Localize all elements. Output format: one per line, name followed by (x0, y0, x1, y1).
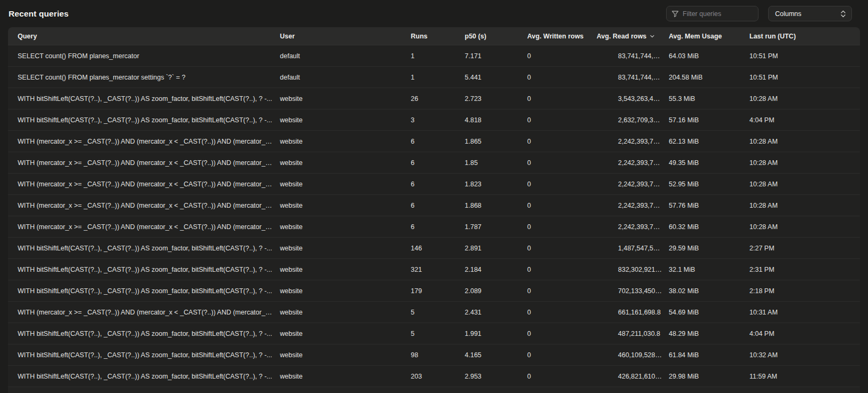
table-row[interactable]: WITH (mercator_x >= _CAST(?..)) AND (mer… (8, 152, 860, 173)
cell-query: WITH (mercator_x >= _CAST(?..)) AND (mer… (8, 180, 280, 188)
table-row[interactable]: WITH bitShiftLeft(CAST(?..), _CAST(?..))… (8, 280, 860, 301)
table-row[interactable]: WITH bitShiftLeft(CAST(?..), _CAST(?..))… (8, 323, 860, 344)
filter-queries-input[interactable] (683, 10, 753, 18)
chevron-up-down-icon (840, 10, 846, 18)
column-header-lastrun[interactable]: Last run (UTC) (749, 33, 860, 40)
cell-written: 0 (527, 266, 597, 273)
table-row[interactable]: WITH (mercator_x >= _CAST(?..)) AND (mer… (8, 130, 860, 152)
filter-queries-box[interactable] (666, 6, 758, 21)
cell-written: 0 (527, 309, 597, 316)
cell-read: 2,242,393,791.17 (597, 159, 669, 167)
cell-runs: 146 (411, 245, 465, 252)
cell-written: 0 (527, 52, 597, 60)
cell-p50: 1.823 (465, 180, 527, 188)
sort-desc-icon (650, 34, 655, 39)
cell-query: WITH (mercator_x >= _CAST(?..)) AND (mer… (8, 159, 280, 167)
cell-runs: 6 (411, 202, 465, 209)
table-row[interactable]: WITH bitShiftLeft(CAST(?..), _CAST(?..))… (8, 344, 860, 365)
cell-runs: 6 (411, 223, 465, 231)
cell-read: 2,242,393,791.17 (597, 138, 669, 145)
table-row[interactable]: SELECT count() FROM planes_mercatordefau… (8, 45, 860, 66)
table-row[interactable]: WITH (mercator_x >= _CAST(?..)) AND (mer… (8, 216, 860, 237)
cell-user: website (280, 138, 411, 145)
cell-lastrun: 2:31 PM (749, 266, 860, 273)
cell-user: website (280, 116, 411, 124)
cell-runs: 6 (411, 159, 465, 167)
cell-read: 426,821,610.43 (597, 373, 669, 380)
cell-p50: 2.953 (465, 373, 527, 380)
cell-mem: 54.69 MiB (669, 309, 749, 316)
cell-runs: 98 (411, 351, 465, 359)
table-row[interactable]: WITH (mercator_x >= _CAST(?..)) AND (mer… (8, 173, 860, 194)
cell-mem: 204.58 MiB (669, 74, 749, 81)
cell-runs: 6 (411, 180, 465, 188)
table-row[interactable]: WITH bitShiftLeft(CAST(?..), _CAST(?..))… (8, 258, 860, 280)
column-header-written[interactable]: Avg. Written rows (527, 33, 597, 40)
cell-written: 0 (527, 223, 597, 231)
cell-mem: 29.98 MiB (669, 373, 749, 380)
table-row[interactable]: WITH bitShiftLeft(CAST(?..), _CAST(?..))… (8, 237, 860, 258)
cell-lastrun: 2:18 PM (749, 287, 860, 295)
cell-runs: 179 (411, 287, 465, 295)
table-row-partial[interactable] (8, 387, 860, 393)
column-header-runs[interactable]: Runs (411, 33, 465, 40)
column-header-read[interactable]: Avg. Read rows (597, 33, 669, 40)
cell-mem: 64.03 MiB (669, 52, 749, 60)
cell-user: website (280, 159, 411, 167)
cell-written: 0 (527, 74, 597, 81)
cell-mem: 52.95 MiB (669, 180, 749, 188)
cell-mem: 57.16 MiB (669, 116, 749, 124)
cell-query: WITH bitShiftLeft(CAST(?..), _CAST(?..))… (8, 95, 280, 103)
cell-read: 661,161,698.8 (597, 309, 669, 316)
topbar: Recent queries Columns (0, 0, 868, 27)
cell-user: website (280, 266, 411, 273)
table-row[interactable]: WITH bitShiftLeft(CAST(?..), _CAST(?..))… (8, 365, 860, 387)
table-header-row: QueryUserRunsp50 (s)Avg. Written rowsAvg… (8, 27, 860, 45)
cell-query: WITH (mercator_x >= _CAST(?..)) AND (mer… (8, 202, 280, 209)
cell-runs: 5 (411, 330, 465, 337)
table-body: SELECT count() FROM planes_mercatordefau… (8, 45, 860, 387)
cell-lastrun: 10:28 AM (749, 95, 860, 103)
cell-query: WITH bitShiftLeft(CAST(?..), _CAST(?..))… (8, 373, 280, 380)
cell-query: SELECT count() FROM planes_mercator sett… (8, 74, 280, 81)
cell-lastrun: 2:27 PM (749, 245, 860, 252)
cell-query: WITH (mercator_x >= _CAST(?..)) AND (mer… (8, 138, 280, 145)
cell-mem: 38.02 MiB (669, 287, 749, 295)
column-header-query[interactable]: Query (8, 33, 280, 40)
column-header-p50[interactable]: p50 (s) (465, 33, 527, 40)
cell-p50: 1.868 (465, 202, 527, 209)
cell-p50: 2.891 (465, 245, 527, 252)
cell-read: 83,741,744,841 (597, 52, 669, 60)
cell-mem: 57.76 MiB (669, 202, 749, 209)
cell-runs: 1 (411, 74, 465, 81)
cell-written: 0 (527, 245, 597, 252)
cell-read: 1,487,547,574.62 (597, 245, 669, 252)
cell-query: SELECT count() FROM planes_mercator (8, 52, 280, 60)
cell-p50: 4.165 (465, 351, 527, 359)
column-header-mem[interactable]: Avg. Mem Usage (669, 33, 749, 40)
cell-user: website (280, 202, 411, 209)
table-row[interactable]: SELECT count() FROM planes_mercator sett… (8, 66, 860, 88)
cell-user: website (280, 351, 411, 359)
cell-user: website (280, 180, 411, 188)
cell-read: 83,741,744,841 (597, 74, 669, 81)
cell-written: 0 (527, 287, 597, 295)
table-row[interactable]: WITH (mercator_x >= _CAST(?..)) AND (mer… (8, 301, 860, 323)
table-row[interactable]: WITH bitShiftLeft(CAST(?..), _CAST(?..))… (8, 109, 860, 130)
cell-runs: 1 (411, 52, 465, 60)
cell-written: 0 (527, 159, 597, 167)
cell-written: 0 (527, 330, 597, 337)
column-header-user[interactable]: User (280, 33, 411, 40)
table-row[interactable]: WITH (mercator_x >= _CAST(?..)) AND (mer… (8, 194, 860, 216)
cell-p50: 1.85 (465, 159, 527, 167)
page-title: Recent queries (9, 9, 69, 19)
cell-read: 832,302,921.17 (597, 266, 669, 273)
cell-query: WITH bitShiftLeft(CAST(?..), _CAST(?..))… (8, 116, 280, 124)
cell-read: 460,109,528.77 (597, 351, 669, 359)
cell-user: website (280, 287, 411, 295)
cell-user: website (280, 373, 411, 380)
toolbar-controls: Columns (666, 6, 852, 21)
cell-user: default (280, 52, 411, 60)
table-row[interactable]: WITH bitShiftLeft(CAST(?..), _CAST(?..))… (8, 88, 860, 109)
columns-dropdown[interactable]: Columns (768, 6, 852, 21)
